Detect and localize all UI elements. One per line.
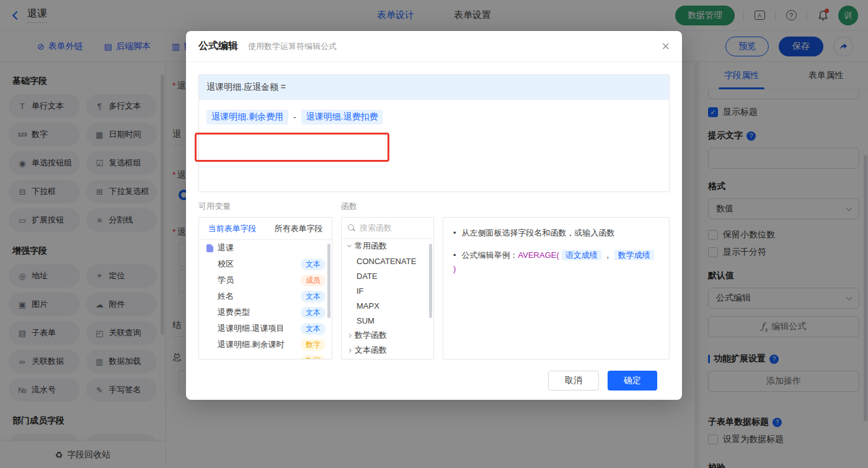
formula-operator: - — [293, 112, 296, 122]
function-item-DATE[interactable]: DATE — [342, 268, 433, 283]
function-item-SUM[interactable]: SUM — [342, 313, 433, 328]
function-item-MAPX[interactable]: MAPX — [342, 298, 433, 313]
panel-labels: 可用变量 函数 — [198, 201, 670, 212]
variable-field-row[interactable]: 退课明细.退课项目文本 — [199, 320, 332, 337]
function-group-数学函数[interactable]: 数学函数 — [342, 328, 433, 343]
variable-field-row[interactable]: 姓名文本 — [199, 288, 332, 304]
function-list: 常用函数CONCATENATEDATEIFMAPXSUM数学函数文本函数 — [342, 239, 433, 358]
search-placeholder: 搜索函数 — [360, 223, 392, 234]
hint-line-1: •从左侧面板选择字段名和函数，或输入函数 — [453, 226, 659, 240]
function-group-label: 文本函数 — [355, 345, 387, 356]
cancel-button[interactable]: 取消 — [548, 371, 599, 391]
search-icon — [348, 224, 355, 232]
variables-panel: 当前表单字段 所有表单字段 退课 校区文本学员成员姓名文本退费类型文本退课明细.… — [198, 217, 332, 360]
function-group-label: 数学函数 — [355, 330, 387, 341]
hint-line-2: •公式编辑举例：AVERAGE(语文成绩，数学成绩) — [453, 249, 659, 276]
modal-body: 退课明细.应退金额 = 退课明细.剩余费用-退课明细.退费扣费 可用变量 函数 … — [186, 62, 682, 403]
variables-scrollbar[interactable] — [327, 244, 330, 318]
variable-field-row[interactable]: 学员成员 — [199, 272, 332, 288]
tab-current-form-fields[interactable]: 当前表单字段 — [199, 218, 265, 239]
field-type-badge: 文本 — [301, 258, 326, 270]
variable-field-row[interactable]: 校区文本 — [199, 256, 332, 272]
form-file-icon — [206, 244, 213, 252]
field-type-badge: 文本 — [301, 291, 326, 302]
variables-label: 可用变量 — [198, 201, 341, 212]
variable-field-list: 校区文本学员成员姓名文本退费类型文本退课明细.退课项目文本退课明细.剩余课时数字… — [199, 256, 332, 360]
field-type-badge: 数字 — [301, 355, 326, 360]
formula-expression[interactable]: 退课明细.剩余费用-退课明细.退费扣费 — [199, 100, 669, 135]
modal-title: 公式编辑 — [198, 40, 238, 53]
formula-target: 退课明细.应退金额 = — [199, 75, 669, 100]
confirm-button[interactable]: 确定 — [608, 371, 657, 391]
field-type-badge: 文本 — [301, 323, 326, 335]
function-item-CONCATENATE[interactable]: CONCATENATE — [342, 254, 433, 268]
close-icon[interactable]: × — [662, 40, 670, 53]
variable-field-row[interactable]: 退费类型文本 — [199, 304, 332, 320]
variable-field-name: 退课明细.剩余课时 — [218, 339, 301, 350]
example-token: 数学成绩 — [614, 250, 654, 260]
formula-editor-modal: 公式编辑 使用数学运算符编辑公式 × 退课明细.应退金额 = 退课明细.剩余费用… — [186, 31, 682, 400]
function-group-label: 常用函数 — [355, 241, 387, 252]
function-item-IF[interactable]: IF — [342, 283, 433, 298]
example-token: 语文成绩 — [562, 250, 601, 260]
modal-header: 公式编辑 使用数学运算符编辑公式 × — [186, 31, 682, 62]
chevron-right-icon — [347, 333, 352, 337]
variable-field-name: 姓名 — [218, 291, 301, 302]
functions-panel: 搜索函数 常用函数CONCATENATEDATEIFMAPXSUM数学函数文本函… — [341, 217, 434, 360]
field-type-badge: 成员 — [301, 275, 326, 286]
example-function-name: AVERAGE( — [518, 249, 559, 262]
variable-field-name: 校区 — [218, 258, 301, 270]
variable-field-name: 学员 — [218, 275, 301, 286]
form-node[interactable]: 退课 — [199, 240, 332, 256]
variable-field-row[interactable]: 退课明细.剩余课时数字 — [199, 337, 332, 353]
hints-panel: •从左侧面板选择字段名和函数，或输入函数 •公式编辑举例：AVERAGE(语文成… — [443, 217, 670, 360]
variables-tabs: 当前表单字段 所有表单字段 — [199, 218, 332, 240]
function-group-文本函数[interactable]: 文本函数 — [342, 343, 433, 358]
chevron-right-icon — [347, 348, 352, 352]
variable-field-name: 退费类型 — [218, 307, 301, 318]
function-search[interactable]: 搜索函数 — [342, 218, 433, 239]
formula-editor[interactable]: 退课明细.应退金额 = 退课明细.剩余费用-退课明细.退费扣费 — [198, 74, 670, 192]
formula-token-left[interactable]: 退课明细.剩余费用 — [206, 110, 288, 125]
variable-field-name: 退课明细.退课项目 — [218, 323, 301, 334]
field-type-badge: 数字 — [301, 339, 326, 351]
functions-scrollbar[interactable] — [429, 244, 432, 318]
modal-footer: 取消 确定 — [198, 360, 670, 391]
tab-all-form-fields[interactable]: 所有表单字段 — [265, 218, 332, 239]
variable-field-row[interactable]: 数字 — [199, 353, 332, 360]
functions-label: 函数 — [341, 201, 443, 212]
token-separator: ， — [604, 250, 612, 260]
chevron-down-icon — [347, 243, 352, 247]
formula-token-right[interactable]: 退课明细.退费扣费 — [301, 110, 383, 125]
modal-subtitle: 使用数学运算符编辑公式 — [248, 41, 337, 52]
function-group-常用函数[interactable]: 常用函数 — [342, 239, 433, 254]
field-type-badge: 文本 — [301, 307, 326, 319]
